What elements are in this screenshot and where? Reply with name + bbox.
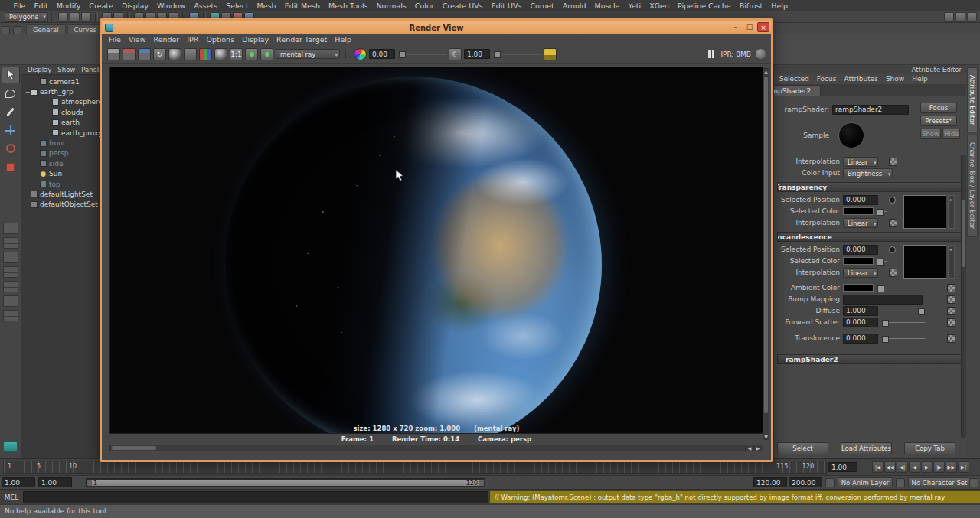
outliner-menu-item[interactable]: Display: [24, 65, 54, 75]
color-input-dropdown[interactable]: Brightness: [843, 168, 893, 178]
map-button-icon[interactable]: [947, 307, 956, 315]
outliner-item[interactable]: earth_proxy: [21, 128, 99, 138]
selected-position-field[interactable]: [843, 195, 878, 205]
close-button[interactable]: ×: [757, 22, 769, 32]
paint-bucket-icon[interactable]: [544, 48, 557, 60]
exposure-slider[interactable]: [397, 54, 446, 55]
diffuse-slider[interactable]: [882, 311, 925, 311]
animation-end-field[interactable]: [789, 477, 822, 487]
selected-position-field[interactable]: [843, 245, 878, 255]
shader-name-field[interactable]: [832, 105, 909, 115]
menubar-item[interactable]: Create UVs: [438, 0, 487, 11]
menubar-item[interactable]: Assets: [190, 0, 222, 11]
outliner-item[interactable]: camera1: [21, 77, 99, 86]
vertical-scrollbar-thumb[interactable]: [764, 77, 768, 413]
selected-color-swatch[interactable]: [843, 207, 874, 215]
map-button-icon[interactable]: [889, 158, 897, 166]
transparency-ramp-preview[interactable]: [903, 195, 946, 229]
outliner-item[interactable]: earth: [21, 118, 99, 128]
color-slider[interactable]: [877, 261, 887, 262]
minimize-button[interactable]: –: [730, 22, 742, 32]
anim-layer-icon[interactable]: [825, 478, 835, 487]
playback-button[interactable]: ◀: [909, 461, 920, 473]
bump-mapping-field[interactable]: [843, 295, 923, 305]
outliner-item[interactable]: defaultObjectSet: [21, 200, 99, 210]
playback-button[interactable]: ▶|: [958, 461, 969, 473]
save-scene-icon[interactable]: [81, 12, 91, 22]
outliner-item[interactable]: side: [21, 158, 99, 168]
attribute-editor-menu-item[interactable]: Attributes: [840, 74, 881, 84]
menubar-item[interactable]: Pipeline Cache: [673, 0, 735, 11]
render-view-menu-item[interactable]: IPR: [183, 34, 202, 45]
alpha-channel-icon[interactable]: [214, 48, 227, 60]
playback-button[interactable]: |◀: [872, 461, 884, 473]
layout-two-pane-side-button[interactable]: [3, 252, 18, 263]
layout-persp-outliner-button[interactable]: [3, 281, 18, 292]
redo-previous-render-icon[interactable]: [107, 48, 120, 60]
anim-layer-button[interactable]: No Anim Layer: [838, 477, 893, 487]
sidebar-tab-attribute-editor[interactable]: Attribute Editor: [967, 67, 978, 132]
menubar-item[interactable]: Color: [410, 0, 438, 11]
refresh-render-icon[interactable]: ↻: [153, 48, 166, 60]
gamma-slider[interactable]: [492, 54, 541, 55]
render-view-titlebar[interactable]: Render View – □ ×: [102, 21, 771, 34]
menubar-item[interactable]: Window: [152, 0, 189, 11]
menubar-item[interactable]: Edit Mesh: [280, 0, 324, 11]
presets-button[interactable]: Presets*: [920, 116, 957, 126]
hide-button[interactable]: Hide: [942, 129, 960, 139]
scroll-up-arrow[interactable]: ▲: [763, 69, 769, 74]
paint-select-tool-button[interactable]: [2, 103, 20, 120]
outliner-menu-item[interactable]: Show: [54, 65, 78, 75]
layout-hypershade-button[interactable]: [3, 310, 18, 321]
vertical-scrollbar[interactable]: ▲ ▼: [763, 68, 769, 440]
map-button-icon[interactable]: [947, 284, 956, 292]
map-button-icon[interactable]: [947, 334, 956, 343]
ramp-side-strip[interactable]: ▸: [948, 195, 955, 229]
move-tool-button[interactable]: [2, 122, 20, 138]
layout-single-pane-button[interactable]: [3, 223, 18, 234]
attribute-editor-menu-item[interactable]: Focus: [813, 74, 841, 84]
attribute-editor-menu-item[interactable]: Help: [908, 74, 932, 84]
layout-two-pane-stacked-button[interactable]: [3, 237, 18, 249]
playback-start-field[interactable]: [38, 477, 72, 487]
modeling-toolkit-toggle-icon[interactable]: [944, 12, 954, 22]
playback-end-field[interactable]: [753, 477, 787, 487]
menubar-item[interactable]: Comet: [526, 0, 558, 11]
horizontal-scrollbar-thumb[interactable]: [112, 446, 156, 450]
menubar-item[interactable]: Help: [767, 0, 792, 11]
menubar-item[interactable]: Normals: [372, 0, 410, 11]
scroll-right-arrow[interactable]: ▶: [753, 445, 762, 451]
attribute-editor-scrollbar[interactable]: [961, 155, 966, 438]
command-language-toggle[interactable]: MEL: [0, 490, 23, 505]
translucence-field[interactable]: [843, 334, 878, 344]
render-region-icon[interactable]: [184, 48, 197, 60]
range-slider-track[interactable]: 1 120: [86, 478, 485, 487]
shelf-options-icon[interactable]: [13, 26, 21, 34]
sidebar-tab-channel-box[interactable]: Channel Box / Layer Editor: [967, 135, 978, 236]
layout-persp-graph-button[interactable]: [3, 295, 18, 307]
playback-button[interactable]: |▶: [933, 461, 945, 473]
character-set-button[interactable]: No Character Set: [908, 477, 971, 487]
attribute-editor-footer-button[interactable]: Copy Tab: [904, 442, 956, 454]
lasso-tool-button[interactable]: [2, 85, 20, 102]
ramp-handle-icon[interactable]: [889, 197, 896, 204]
playback-button[interactable]: ▶▶: [946, 461, 957, 473]
scale-tool-button[interactable]: [2, 158, 20, 175]
rgb-channels-icon[interactable]: [199, 48, 212, 60]
redo-previous-ipr-render-icon[interactable]: [122, 48, 136, 60]
outliner-item[interactable]: top: [21, 179, 99, 189]
time-slider-ruler[interactable]: [3, 461, 827, 474]
incandescence-section-header[interactable]: Incandescence: [777, 232, 962, 242]
selected-color-swatch[interactable]: [843, 257, 874, 265]
shelf-tab[interactable]: Curves: [67, 24, 104, 34]
menubar-item[interactable]: Select: [222, 0, 253, 11]
channel-box-toggle-icon[interactable]: [967, 12, 977, 22]
exposure-field[interactable]: [369, 49, 395, 59]
attribute-editor-footer-button[interactable]: Load Attributes: [841, 442, 892, 454]
playback-button[interactable]: ◀◀: [884, 461, 896, 473]
menubar-item[interactable]: Edit UVs: [487, 0, 526, 11]
menubar-item[interactable]: Bifrost: [735, 0, 767, 11]
forward-scatter-slider[interactable]: [882, 322, 925, 323]
rendered-image-area[interactable]: size: 1280 x 720 zoom: 1.000 (mental ray…: [109, 67, 763, 434]
map-button-icon[interactable]: [889, 269, 897, 277]
